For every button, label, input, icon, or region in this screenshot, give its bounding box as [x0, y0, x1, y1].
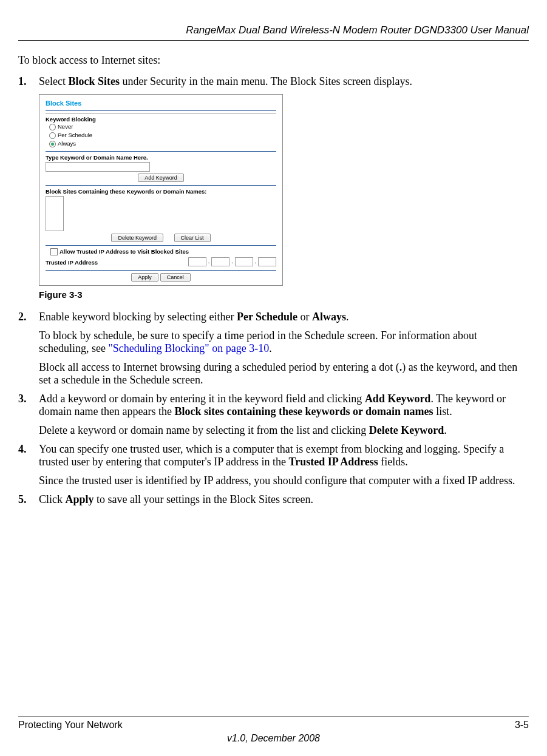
- step-number: 4.: [18, 443, 39, 487]
- block-sites-screenshot: Block Sites Keyword Blocking Never Per S…: [39, 94, 283, 286]
- text: Enable keyword blocking by selecting eit…: [39, 311, 237, 323]
- bold-text: Add Keyword: [365, 393, 431, 405]
- divider: [46, 270, 276, 271]
- step-4: 4. You can specify one trusted user, whi…: [18, 443, 529, 487]
- step-body: Select Block Sites under Security in the…: [39, 75, 529, 88]
- radio-label: Never: [58, 123, 73, 130]
- bold-text: Per Schedule: [237, 311, 297, 323]
- radio-label: Per Schedule: [58, 132, 92, 138]
- text: Block all access to Internet browsing du…: [39, 361, 399, 373]
- screen-title: Block Sites: [46, 97, 276, 109]
- trusted-ip-label: Trusted IP Address: [46, 259, 98, 266]
- step-number: 3.: [18, 393, 39, 437]
- text: You can specify one trusted user, which …: [39, 443, 504, 468]
- step-number: 2.: [18, 311, 39, 386]
- radio-icon: [49, 132, 56, 139]
- text: fields.: [378, 456, 408, 468]
- clear-list-button[interactable]: Clear List: [174, 234, 211, 242]
- divider: [46, 113, 276, 114]
- trusted-ip-fields: . . .: [188, 257, 276, 266]
- text: Since the trusted user is identified by …: [39, 474, 515, 487]
- text: or: [297, 311, 312, 323]
- radio-icon: [49, 141, 56, 147]
- apply-button[interactable]: Apply: [131, 273, 158, 282]
- keyword-listbox[interactable]: [46, 196, 64, 231]
- text: .: [269, 342, 272, 354]
- bold-text: Trusted IP Address: [288, 456, 378, 468]
- footer-section: Protecting Your Network: [18, 720, 123, 731]
- step-number: 1.: [18, 75, 39, 88]
- type-keyword-label: Type Keyword or Domain Name Here.: [46, 154, 276, 161]
- cross-reference-link[interactable]: "Scheduling Blocking" on page 3-10: [108, 342, 269, 354]
- text: .: [444, 424, 447, 436]
- keyword-blocking-label: Keyword Blocking: [46, 116, 276, 123]
- step-body: Enable keyword blocking by selecting eit…: [39, 311, 529, 386]
- bold-text: Block sites containing these keywords or…: [174, 405, 433, 417]
- text: Click: [39, 493, 66, 505]
- step-number: 5.: [18, 493, 39, 506]
- step-2: 2. Enable keyword blocking by selecting …: [18, 311, 529, 386]
- ip-octet-3[interactable]: [235, 257, 253, 266]
- radio-per-schedule[interactable]: Per Schedule: [49, 131, 276, 140]
- bold-text: Apply: [66, 493, 94, 505]
- allow-trusted-label: Allow Trusted IP Address to Visit Blocke…: [59, 248, 189, 255]
- text: to save all your settings in the Block S…: [94, 493, 313, 505]
- step-1: 1. Select Block Sites under Security in …: [18, 75, 529, 88]
- divider: [46, 151, 276, 152]
- bold-text: Block Sites: [68, 75, 120, 87]
- block-list-label: Block Sites Containing these Keywords or…: [46, 188, 276, 195]
- bold-text: Delete Keyword: [369, 424, 444, 436]
- text: .: [346, 311, 349, 323]
- footer-page-number: 3-5: [515, 720, 529, 731]
- ip-octet-1[interactable]: [188, 257, 206, 266]
- text: Delete a keyword or domain name by selec…: [39, 424, 369, 436]
- intro-text: To block access to Internet sites:: [18, 54, 529, 67]
- text: Select: [39, 75, 68, 87]
- ip-octet-2[interactable]: [211, 257, 229, 266]
- divider: [46, 245, 276, 246]
- keyword-input[interactable]: [46, 162, 150, 172]
- divider: [46, 185, 276, 186]
- ip-octet-4[interactable]: [258, 257, 276, 266]
- page-header: RangeMax Dual Band Wireless-N Modem Rout…: [18, 24, 529, 41]
- radio-label: Always: [58, 140, 76, 147]
- text: list.: [433, 405, 452, 417]
- step-body: Add a keyword or domain by entering it i…: [39, 393, 529, 437]
- radio-always[interactable]: Always: [49, 140, 276, 148]
- figure-caption: Figure 3-3: [39, 289, 529, 300]
- add-keyword-button[interactable]: Add Keyword: [138, 174, 184, 182]
- cancel-button[interactable]: Cancel: [160, 273, 191, 282]
- bold-text: Always: [312, 311, 346, 323]
- page-footer: Protecting Your Network 3-5 v1.0, Decemb…: [18, 717, 529, 744]
- step-body: You can specify one trusted user, which …: [39, 443, 529, 487]
- figure-container: Block Sites Keyword Blocking Never Per S…: [39, 94, 529, 300]
- text: Add a keyword or domain by entering it i…: [39, 393, 365, 405]
- footer-version: v1.0, December 2008: [18, 733, 529, 744]
- step-3: 3. Add a keyword or domain by entering i…: [18, 393, 529, 437]
- radio-never[interactable]: Never: [49, 123, 276, 131]
- radio-icon: [49, 124, 56, 130]
- step-5: 5. Click Apply to save all your settings…: [18, 493, 529, 506]
- text: under Security in the main menu. The Blo…: [120, 75, 412, 87]
- step-body: Click Apply to save all your settings in…: [39, 493, 529, 506]
- delete-keyword-button[interactable]: Delete Keyword: [111, 234, 163, 242]
- divider: [46, 110, 276, 111]
- allow-trusted-checkbox[interactable]: [50, 248, 58, 255]
